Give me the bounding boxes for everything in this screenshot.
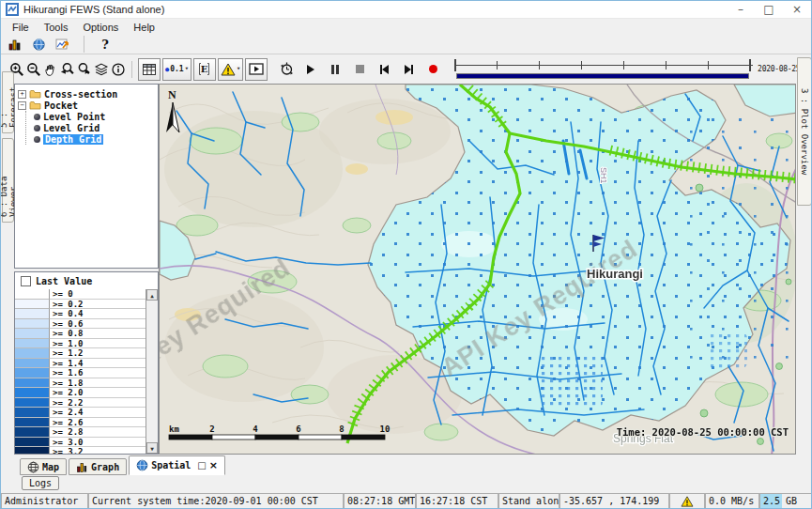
legend-row[interactable]: >= 1.8 — [15, 378, 146, 389]
legend-scrollbar[interactable]: ▲ ▼ — [146, 289, 158, 454]
tab-spatial[interactable]: Spatial □ × — [129, 455, 225, 475]
layer-bullet-icon — [34, 114, 40, 120]
map-toolbar: ●0.1 ▾ E ▾ 2020-08-25 00:00:00 CST — [1, 54, 794, 84]
close-button[interactable]: × — [783, 1, 811, 19]
animation-export-button[interactable] — [245, 58, 268, 81]
warning-threshold-dropdown[interactable]: ▾ — [218, 58, 243, 81]
legend-row[interactable]: >= 1.0 — [15, 339, 146, 349]
status-warning-cell[interactable] — [669, 493, 705, 509]
legend-row[interactable]: >= 1.2 — [15, 348, 146, 359]
tab-forecast[interactable]: 5 : Forecast — [2, 71, 14, 133]
threshold-dot-icon: ●0.1 — [165, 65, 184, 73]
tree-node-pocket[interactable]: − Pocket — [15, 100, 158, 111]
legend-row[interactable]: >= 0.6 — [15, 319, 146, 330]
status-bar: Administrator Current system time:2020-0… — [1, 493, 811, 509]
play-button[interactable] — [300, 59, 321, 80]
tab-plot-overview[interactable]: 3 : Plot Overview — [797, 57, 812, 206]
legend-row-label: >= 0.2 — [50, 300, 146, 310]
scroll-down-icon[interactable]: ▼ — [146, 442, 158, 454]
tree-node-level-grid[interactable]: Level Grid — [15, 122, 158, 133]
legend-row[interactable]: >= 2.6 — [15, 418, 146, 428]
chevron-down-icon: ▾ — [185, 66, 189, 72]
pause-button[interactable] — [325, 59, 345, 80]
threshold-dropdown[interactable]: ●0.1 ▾ — [162, 58, 192, 81]
expand-icon[interactable]: + — [18, 90, 26, 99]
zoom-previous-icon[interactable] — [59, 61, 76, 78]
tree-node-level-point[interactable]: Level Point — [15, 111, 158, 122]
time-slider[interactable] — [454, 59, 753, 80]
legend-row[interactable]: >= 3.2 — [15, 447, 146, 454]
legend-row[interactable]: >= 0.8 — [15, 329, 146, 339]
tab-maximize-icon[interactable]: □ — [197, 460, 206, 470]
legend-row[interactable]: >= 0.2 — [15, 300, 146, 310]
tree-node-cross-section[interactable]: + Cross-section — [15, 88, 158, 100]
legend-row[interactable]: >= 2.4 — [15, 408, 146, 418]
legend-row-label: >= 0.6 — [50, 319, 146, 330]
status-system-time: Current system time:2020-09-01 00:00 CST — [88, 493, 344, 509]
record-button[interactable] — [422, 59, 443, 80]
spatial-map[interactable]: API Key Required API Key Required Hikura… — [159, 84, 796, 455]
timeline-period-bar — [456, 73, 749, 79]
svg-text:10: 10 — [380, 424, 391, 434]
logs-button[interactable]: Logs — [22, 476, 59, 490]
left-tab-strip: 5 : Forecast 6 : Data Viewer — [1, 84, 14, 455]
legend-row[interactable]: >= 0.4 — [15, 309, 146, 319]
legend-color-swatch — [15, 438, 50, 448]
grid-display-button[interactable] — [138, 58, 161, 81]
legend-row[interactable]: >= 2.8 — [15, 427, 146, 438]
skip-to-start-button[interactable] — [374, 59, 394, 80]
legend-color-swatch — [15, 319, 50, 330]
help-button[interactable]: ? — [97, 36, 114, 53]
pan-hand-icon[interactable] — [42, 61, 59, 78]
legend-row-label: >= 1.8 — [50, 378, 146, 389]
legend-color-swatch — [15, 378, 50, 389]
status-memory: 2.5 GB — [759, 493, 812, 509]
legend-color-swatch — [15, 408, 50, 418]
last-value-checkbox[interactable] — [21, 276, 31, 286]
legend-row-label: >= 2.8 — [50, 427, 146, 438]
timeseries-chart-icon[interactable] — [54, 36, 71, 53]
grid-value-button[interactable]: E — [193, 58, 216, 81]
svg-text:4: 4 — [253, 424, 258, 434]
stop-button[interactable] — [349, 59, 370, 80]
menu-item[interactable]: File — [5, 21, 37, 34]
chevron-down-icon: ▾ — [237, 66, 240, 72]
zoom-next-icon[interactable] — [76, 61, 93, 78]
legend-row[interactable]: >= 1.6 — [15, 368, 146, 378]
legend-row[interactable]: >= 2.2 — [15, 398, 146, 409]
layer-bullet-icon — [34, 136, 40, 143]
bar-chart-icon — [76, 461, 88, 473]
tab-data-viewer[interactable]: 6 : Data Viewer — [2, 138, 14, 223]
collapse-icon[interactable]: − — [18, 101, 26, 110]
folder-icon — [29, 89, 41, 99]
scroll-up-icon[interactable]: ▲ — [146, 289, 158, 301]
legend-row-label: >= 2.4 — [50, 408, 146, 418]
legend-row[interactable]: >= 0 — [15, 289, 146, 300]
skip-to-end-button[interactable] — [398, 59, 419, 80]
globe-icon[interactable] — [30, 36, 47, 53]
layers-icon[interactable] — [93, 61, 110, 78]
menu-item[interactable]: Tools — [37, 21, 76, 34]
road-label: SH1 — [599, 167, 608, 184]
info-icon[interactable] — [110, 61, 127, 78]
status-local-time: 16:27:18 CST — [416, 493, 498, 509]
tree-node-depth-grid[interactable]: Depth Grid — [15, 133, 158, 145]
legend-color-swatch — [15, 309, 50, 319]
menu-item[interactable]: Help — [126, 21, 162, 34]
right-tab-strip: 3 : Plot Overview — [796, 84, 812, 455]
menu-bar: FileToolsOptionsHelp — [1, 19, 811, 35]
legend-row[interactable]: >= 1.4 — [15, 359, 146, 369]
tab-close-icon[interactable]: × — [209, 459, 218, 471]
tab-graph[interactable]: Graph — [69, 458, 127, 475]
time-settings-icon[interactable] — [276, 59, 297, 80]
zoom-out-icon[interactable] — [25, 61, 42, 78]
layer-tree: + Cross-section − Pocket Level Point Lev… — [14, 84, 159, 269]
legend-row[interactable]: >= 3.0 — [15, 438, 146, 448]
minimize-button[interactable]: – — [727, 1, 755, 19]
database-icon[interactable] — [6, 36, 23, 53]
maximize-button[interactable]: □ — [755, 1, 783, 19]
globe-wire-icon — [27, 461, 39, 473]
tab-map[interactable]: Map — [20, 458, 67, 475]
legend-row[interactable]: >= 2.0 — [15, 388, 146, 398]
menu-item[interactable]: Options — [75, 21, 126, 34]
